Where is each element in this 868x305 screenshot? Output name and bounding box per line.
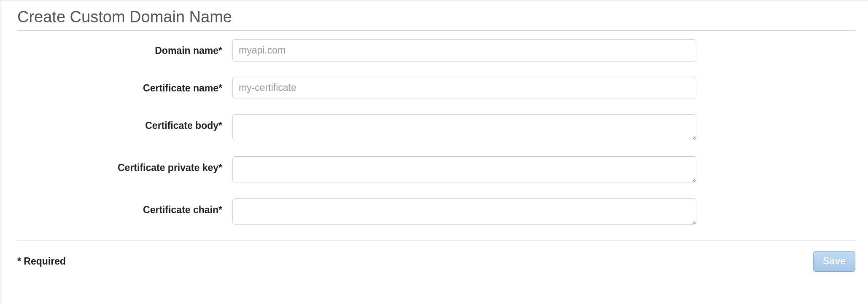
row-certificate-private-key: Certificate private key* [17,156,855,182]
row-certificate-chain: Certificate chain* [17,198,855,225]
row-certificate-name: Certificate name* [17,77,855,99]
row-domain-name: Domain name* [17,39,855,62]
footer: * Required Save [17,241,855,272]
label-certificate-chain: Certificate chain* [17,198,232,216]
label-certificate-body: Certificate body* [17,114,232,131]
input-domain-name[interactable] [232,39,696,62]
page-title: Create Custom Domain Name [17,8,855,26]
required-note: * Required [17,256,66,267]
textarea-certificate-private-key[interactable] [232,156,696,182]
title-divider [17,30,855,31]
textarea-certificate-body[interactable] [232,114,696,140]
label-domain-name: Domain name* [17,39,232,56]
label-certificate-private-key: Certificate private key* [17,156,232,174]
row-certificate-body: Certificate body* [17,114,855,140]
label-certificate-name: Certificate name* [17,77,232,94]
save-button[interactable]: Save [813,251,855,272]
input-certificate-name[interactable] [232,77,696,99]
textarea-certificate-chain[interactable] [232,198,696,225]
